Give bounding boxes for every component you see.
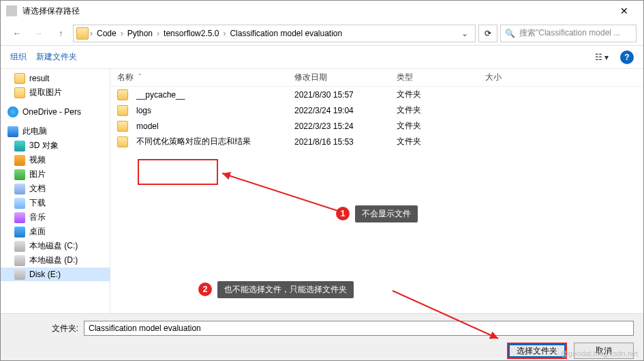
sidebar-item[interactable]: 3D 对象 bbox=[1, 139, 110, 153]
footer: 文件夹: 选择文件夹 取消 bbox=[1, 313, 643, 361]
app-icon bbox=[6, 5, 17, 16]
file-name: __pycache__ bbox=[136, 90, 185, 100]
sidebar-item-label: 3D 对象 bbox=[29, 140, 59, 151]
chevron-right-icon[interactable]: › bbox=[223, 29, 226, 38]
new-folder-button[interactable]: 新建文件夹 bbox=[36, 51, 77, 63]
sidebar-item-label: 文档 bbox=[29, 183, 46, 194]
sidebar-item[interactable]: 本地磁盘 (D:) bbox=[1, 253, 110, 268]
help-button[interactable]: ? bbox=[620, 50, 634, 64]
file-type: 文件夹 bbox=[397, 136, 485, 147]
sidebar-item-label: 音乐 bbox=[29, 212, 46, 223]
sidebar-item-label: 视频 bbox=[29, 154, 46, 166]
up-button[interactable]: ↑ bbox=[51, 24, 70, 43]
breadcrumb[interactable]: Code bbox=[94, 27, 119, 40]
sidebar-item-label: 下载 bbox=[29, 197, 46, 209]
file-type: 文件夹 bbox=[397, 104, 485, 116]
sidebar-item[interactable]: OneDrive - Pers bbox=[1, 105, 110, 119]
sidebar-item-label: result bbox=[29, 74, 49, 83]
sidebar-item[interactable]: result bbox=[1, 72, 110, 85]
breadcrumb[interactable]: Python bbox=[125, 27, 155, 40]
chevron-right-icon[interactable]: › bbox=[157, 29, 159, 38]
desk-icon bbox=[14, 227, 25, 237]
folder-input[interactable] bbox=[84, 321, 634, 336]
video-icon bbox=[14, 155, 25, 166]
chevron-down-icon[interactable]: ⌄ bbox=[457, 29, 472, 38]
sidebar-item[interactable]: 图片 bbox=[1, 167, 110, 182]
file-name: 不同优化策略对应的日志和结果 bbox=[136, 136, 251, 147]
folder-icon bbox=[117, 136, 128, 147]
search-icon: 🔍 bbox=[505, 29, 515, 38]
view-options-button[interactable]: ☷ ▾ bbox=[593, 50, 611, 65]
sidebar: result提取图片OneDrive - Pers此电脑3D 对象视频图片文档下… bbox=[1, 69, 110, 313]
sidebar-item[interactable]: 提取图片 bbox=[1, 85, 110, 100]
disk-icon bbox=[14, 241, 25, 252]
sidebar-item[interactable]: 文档 bbox=[1, 182, 110, 196]
annotation-number-1: 1 bbox=[336, 207, 350, 220]
back-button[interactable]: ← bbox=[7, 24, 27, 43]
body: result提取图片OneDrive - Pers此电脑3D 对象视频图片文档下… bbox=[1, 69, 643, 313]
address-bar[interactable]: › Code › Python › tensorflow2.5.0 › Clas… bbox=[73, 25, 476, 42]
sidebar-item[interactable]: 音乐 bbox=[1, 210, 110, 225]
watermark: @geodat.blog.csdn.net bbox=[561, 349, 638, 358]
file-row[interactable]: __pycache__2021/8/30 15:57文件夹 bbox=[110, 87, 643, 102]
sidebar-item-label: 图片 bbox=[29, 169, 46, 180]
folder-icon bbox=[76, 27, 89, 40]
disk-icon bbox=[14, 255, 25, 266]
folder-icon bbox=[14, 73, 25, 84]
annotation-box-1 bbox=[138, 159, 218, 185]
breadcrumb[interactable]: Classification model evaluation bbox=[227, 27, 345, 40]
toolbar: 组织 新建文件夹 ☷ ▾ ? bbox=[1, 46, 643, 69]
file-date: 2021/8/30 15:57 bbox=[294, 90, 397, 100]
sidebar-item[interactable]: 本地磁盘 (C:) bbox=[1, 239, 110, 253]
annotation-text-2: 也不能选择文件，只能选择文件夹 bbox=[217, 281, 354, 298]
file-row[interactable]: 不同优化策略对应的日志和结果2021/8/16 15:53文件夹 bbox=[110, 134, 643, 149]
pc-icon bbox=[7, 126, 18, 137]
folder-icon bbox=[117, 121, 128, 132]
sidebar-item-label: Disk (E:) bbox=[29, 270, 61, 279]
col-name[interactable]: 名称 ˆ bbox=[117, 72, 294, 83]
sidebar-item-label: 提取图片 bbox=[29, 87, 62, 98]
window-title: 请选择保存路径 bbox=[22, 5, 611, 17]
sidebar-item[interactable]: 下载 bbox=[1, 196, 110, 210]
file-date: 2021/8/16 15:53 bbox=[294, 137, 397, 147]
file-date: 2022/3/23 15:24 bbox=[294, 121, 397, 131]
organize-menu[interactable]: 组织 bbox=[10, 51, 27, 63]
file-date: 2022/3/24 19:04 bbox=[294, 106, 397, 115]
col-date[interactable]: 修改日期 bbox=[294, 72, 397, 83]
dl-icon bbox=[14, 198, 25, 209]
sidebar-item[interactable]: Disk (E:) bbox=[1, 268, 110, 281]
sidebar-item[interactable]: 视频 bbox=[1, 153, 110, 167]
file-pane: 名称 ˆ 修改日期 类型 大小 __pycache__2021/8/30 15:… bbox=[110, 69, 643, 313]
3d-icon bbox=[14, 141, 25, 151]
file-row[interactable]: logs2022/3/24 19:04文件夹 bbox=[110, 102, 643, 118]
column-headers: 名称 ˆ 修改日期 类型 大小 bbox=[110, 69, 643, 87]
sidebar-item-label: 本地磁盘 (C:) bbox=[29, 240, 78, 252]
refresh-button[interactable]: ⟳ bbox=[478, 25, 497, 42]
breadcrumb[interactable]: tensorflow2.5.0 bbox=[161, 27, 221, 40]
chevron-right-icon[interactable]: › bbox=[121, 29, 123, 38]
col-size[interactable]: 大小 bbox=[485, 72, 540, 83]
sidebar-item[interactable]: 桌面 bbox=[1, 225, 110, 239]
sidebar-item-label: 本地磁盘 (D:) bbox=[29, 255, 78, 266]
disk-icon bbox=[14, 269, 25, 280]
chevron-right-icon[interactable]: › bbox=[90, 29, 93, 38]
folder-icon bbox=[14, 87, 25, 98]
doc-icon bbox=[14, 184, 25, 194]
col-type[interactable]: 类型 bbox=[397, 72, 485, 83]
search-input[interactable]: 🔍 搜索"Classification model ... bbox=[500, 25, 637, 42]
music-icon bbox=[14, 212, 25, 223]
close-button[interactable]: ✕ bbox=[611, 5, 638, 16]
navbar: ← → ↑ › Code › Python › tensorflow2.5.0 … bbox=[1, 21, 643, 46]
folder-icon bbox=[117, 105, 128, 116]
folder-label: 文件夹: bbox=[10, 323, 78, 334]
sidebar-item[interactable]: 此电脑 bbox=[1, 124, 110, 139]
sidebar-item-label: 桌面 bbox=[29, 226, 46, 237]
select-folder-button[interactable]: 选择文件夹 bbox=[507, 343, 567, 359]
sidebar-item-label: OneDrive - Pers bbox=[22, 107, 81, 117]
forward-button: → bbox=[29, 24, 48, 43]
folder-icon bbox=[117, 89, 128, 100]
search-placeholder: 搜索"Classification model ... bbox=[519, 27, 620, 39]
sidebar-item-label: 此电脑 bbox=[22, 126, 47, 137]
file-row[interactable]: model2022/3/23 15:24文件夹 bbox=[110, 118, 643, 134]
annotation-text-1: 不会显示文件 bbox=[355, 205, 418, 222]
